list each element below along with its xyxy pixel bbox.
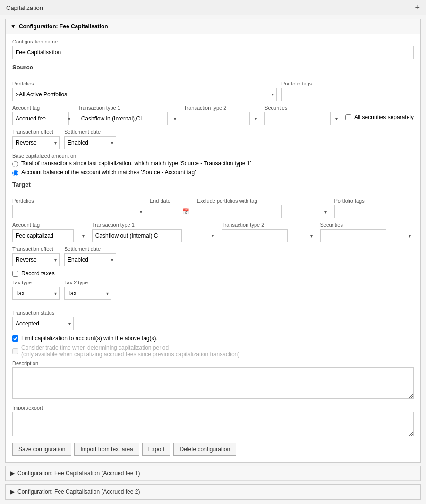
target-portfolio-tags-input[interactable] <box>334 205 391 218</box>
config-panel-accrued1: ▶ Configuration: Fee Capitalisation (Acc… <box>5 466 421 481</box>
target-tt1-select[interactable]: Cashflow out (Internal),C <box>92 229 182 242</box>
config-name-input[interactable] <box>12 46 414 59</box>
record-taxes-label: Record taxes <box>21 270 55 277</box>
source-securities-label: Securities <box>264 105 341 111</box>
source-tt1-select[interactable]: Cashflow in (Internal),CI <box>78 112 168 125</box>
config-body: Configuration name Source Portfolios >Al… <box>6 34 420 462</box>
target-tt2-col: Transaction type 2 <box>222 222 315 242</box>
transaction-status-select[interactable]: Accepted <box>12 317 74 330</box>
tax-type-select-wrapper: Tax <box>12 287 60 300</box>
source-settlement-label: Settlement date <box>64 129 116 135</box>
config-header-accrued1[interactable]: ▶ Configuration: Fee Capitalisation (Acc… <box>6 466 420 481</box>
source-account-tag-col: Account tag Accrued fee <box>12 105 73 125</box>
tax2-type-select[interactable]: Tax <box>64 287 111 300</box>
all-securities-col: All securities separately <box>345 114 414 125</box>
source-title: Source <box>12 64 414 71</box>
source-portfolio-tags-label: Portfolio tags <box>281 81 414 86</box>
target-effect-row: Transaction effect Reverse Settlement da… <box>12 246 414 266</box>
export-button[interactable]: Export <box>142 443 171 456</box>
source-account-tag-select[interactable]: Accrued fee <box>12 112 69 125</box>
target-tt2-select-wrapper <box>222 229 315 242</box>
source-effect-col: Transaction effect Reverse <box>12 129 60 149</box>
target-portfolios-select[interactable] <box>12 205 102 218</box>
target-effect-label: Transaction effect <box>12 246 60 252</box>
add-config-icon[interactable]: + <box>415 3 420 12</box>
tax2-type-label: Tax 2 type <box>64 280 111 285</box>
source-tt2-select-wrapper <box>184 112 260 125</box>
import-export-label: Import/export <box>12 405 414 410</box>
target-exclude-select-wrapper <box>197 205 330 218</box>
target-portfolios-select-wrapper <box>12 205 145 218</box>
target-divider <box>12 193 414 193</box>
target-tt1-col: Transaction type 1 Cashflow out (Interna… <box>92 222 217 242</box>
expand-icon-1: ▶ <box>10 470 15 477</box>
source-effect-select-wrapper: Reverse <box>12 136 60 149</box>
record-taxes-checkbox[interactable] <box>12 271 18 277</box>
radio1[interactable] <box>12 161 18 167</box>
target-end-date-wrapper: 📅 <box>150 205 192 218</box>
source-divider <box>12 76 414 76</box>
source-portfolio-tags-input[interactable] <box>281 88 338 101</box>
source-effect-select[interactable]: Reverse <box>12 136 60 149</box>
config-header-accrued2[interactable]: ▶ Configuration: Fee Capitalisation (Acc… <box>6 485 420 499</box>
config-name-group: Configuration name <box>12 39 414 59</box>
source-tt1-select-wrapper: Cashflow in (Internal),CI <box>78 112 179 125</box>
import-from-text-area-button[interactable]: Import from text area <box>74 443 139 456</box>
config-header-accrued1-title: Configuration: Fee Capitalisation (Accru… <box>17 470 140 477</box>
target-settlement-select[interactable]: Enabled <box>64 253 116 266</box>
source-account-tag-label: Account tag <box>12 105 73 111</box>
radio2-label: Account balance of the account which mat… <box>21 169 196 176</box>
main-window: Capitalization + ▼ Configuration: Fee Ca… <box>0 0 426 504</box>
target-settlement-col: Settlement date Enabled <box>64 246 116 266</box>
config-name-label: Configuration name <box>12 39 414 44</box>
source-tt1-label: Transaction type 1 <box>78 105 179 111</box>
target-effect-col: Transaction effect Reverse <box>12 246 60 266</box>
radio2[interactable] <box>12 170 18 176</box>
tax2-type-col: Tax 2 type Tax <box>64 280 111 300</box>
source-tt2-label: Transaction type 2 <box>184 105 260 111</box>
base-cap-group: Base capitalized amount on Total of tran… <box>12 153 414 176</box>
expand-icon-2: ▶ <box>10 488 15 495</box>
source-securities-select[interactable] <box>264 112 331 125</box>
source-account-tag-select-wrapper: Accrued fee <box>12 112 73 125</box>
target-securities-select[interactable] <box>320 229 386 242</box>
source-tt1-col: Transaction type 1 Cashflow in (Internal… <box>78 105 179 125</box>
source-tt2-select[interactable] <box>184 112 250 125</box>
config-header-main[interactable]: ▼ Configuration: Fee Capitalisation <box>6 19 420 34</box>
target-securities-select-wrapper <box>320 229 414 242</box>
collapse-icon: ▼ <box>10 23 16 30</box>
source-tt2-col: Transaction type 2 <box>184 105 260 125</box>
title-bar: Capitalization + <box>0 0 426 15</box>
limit-cap-checkbox[interactable] <box>12 335 18 342</box>
limit-cap-row: Limit capitalization to account(s) with … <box>12 335 414 342</box>
tax2-type-select-wrapper: Tax <box>64 287 111 300</box>
description-textarea[interactable] <box>12 367 414 399</box>
source-settlement-col: Settlement date Enabled <box>64 129 116 149</box>
target-end-date-input[interactable] <box>150 205 192 218</box>
source-settlement-select[interactable]: Enabled <box>64 136 116 149</box>
target-tt1-label: Transaction type 1 <box>92 222 217 228</box>
target-exclude-select[interactable] <box>197 205 282 218</box>
radio2-row: Account balance of the account which mat… <box>12 169 414 176</box>
import-export-group: Import/export <box>12 405 414 438</box>
tax-type-col: Tax type Tax <box>12 280 60 300</box>
limit-cap-label: Limit capitalization to account(s) with … <box>21 335 158 342</box>
save-config-button[interactable]: Save configuration <box>12 443 71 456</box>
consider-trade-checkbox[interactable] <box>12 348 18 354</box>
tax-type-row: Tax type Tax Tax 2 type Tax <box>12 280 414 300</box>
source-account-row: Account tag Accrued fee Transaction type… <box>12 105 414 125</box>
import-export-textarea[interactable] <box>12 412 414 436</box>
target-settlement-select-wrapper: Enabled <box>64 253 116 266</box>
target-account-tag-select[interactable]: Fee capitalizati <box>12 229 74 242</box>
delete-config-button[interactable]: Delete configuration <box>173 443 236 456</box>
target-tt2-select[interactable] <box>222 229 288 242</box>
target-exclude-col: Exclude portfolios with tag <box>197 198 330 218</box>
source-securities-col: Securities <box>264 105 341 125</box>
tax-type-select[interactable]: Tax <box>12 287 60 300</box>
radio1-row: Total of transactions since last capital… <box>12 160 414 167</box>
all-securities-checkbox[interactable] <box>345 114 351 120</box>
source-portfolios-select[interactable]: >All Active Portfolios <box>12 88 277 101</box>
transaction-status-label: Transaction status <box>12 310 414 316</box>
config-panel-main: ▼ Configuration: Fee Capitalisation Conf… <box>5 19 421 463</box>
target-effect-select[interactable]: Reverse <box>12 253 60 266</box>
